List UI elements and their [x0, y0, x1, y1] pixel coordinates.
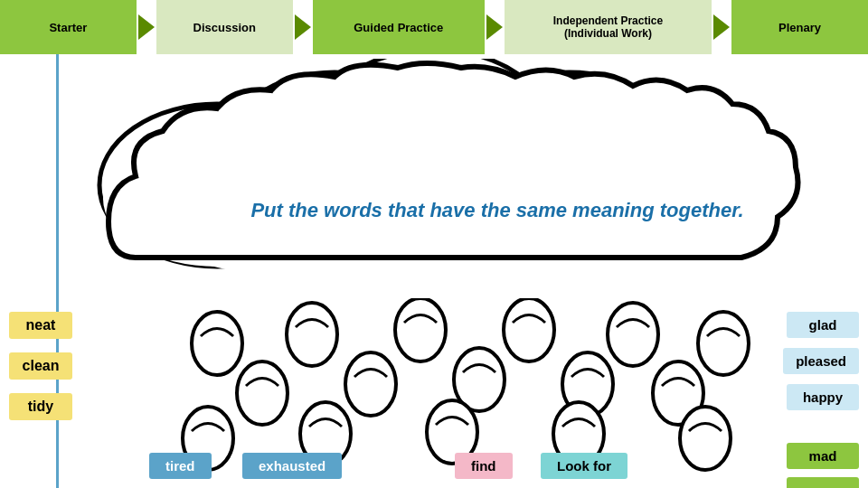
- svg-point-12: [192, 312, 242, 375]
- nav-independent-label: Independent Practice(Individual Work): [553, 14, 663, 40]
- word-exhausted[interactable]: exhausted: [242, 453, 342, 479]
- nav-plenary[interactable]: Plenary: [731, 0, 868, 54]
- nav-discussion[interactable]: Discussion: [156, 0, 293, 54]
- arrow-1: [137, 0, 156, 54]
- arrow-icon-1: [138, 14, 155, 40]
- raindrops-svg: [118, 298, 787, 488]
- word-happy[interactable]: happy: [787, 384, 859, 410]
- word-tidy[interactable]: tidy: [9, 393, 72, 420]
- word-neat[interactable]: neat: [9, 312, 72, 339]
- navigation-bar: Starter Discussion Guided Practice Indep…: [0, 0, 868, 54]
- raindrops-area: [118, 298, 787, 488]
- word-look-for[interactable]: Look for: [541, 453, 627, 479]
- nav-starter[interactable]: Starter: [0, 0, 137, 54]
- word-clean-label: clean: [23, 358, 60, 373]
- arrow-4: [712, 0, 731, 54]
- word-find-label: find: [471, 458, 496, 474]
- cloud-svg: [54, 59, 814, 294]
- svg-point-14: [395, 298, 446, 361]
- arrow-icon-4: [713, 14, 730, 40]
- word-look-for-label: Look for: [557, 458, 611, 474]
- word-glad[interactable]: glad: [787, 312, 859, 338]
- word-find[interactable]: find: [455, 453, 513, 479]
- word-clean[interactable]: clean: [9, 352, 72, 380]
- word-tidy-label: tidy: [28, 399, 53, 414]
- word-angry-label: angry: [805, 483, 842, 488]
- instruction-text: Put the words that have the same meaning…: [250, 199, 743, 221]
- main-content: Put the words that have the same meaning…: [0, 54, 868, 488]
- nav-independent[interactable]: Independent Practice(Individual Work): [505, 0, 712, 54]
- word-angry[interactable]: angry: [787, 477, 859, 488]
- cloud-illustration: Put the words that have the same meaning…: [54, 59, 814, 303]
- cloud-instruction-text: Put the words that have the same meaning…: [136, 199, 859, 222]
- arrow-icon-2: [295, 14, 311, 40]
- svg-point-27: [680, 407, 731, 470]
- word-neat-label: neat: [26, 317, 56, 333]
- nav-starter-label: Starter: [49, 21, 87, 34]
- word-mad[interactable]: mad: [787, 443, 859, 469]
- nav-discussion-label: Discussion: [193, 21, 256, 34]
- word-glad-label: glad: [809, 317, 837, 333]
- word-happy-label: happy: [803, 389, 843, 405]
- word-mad-label: mad: [809, 448, 837, 464]
- svg-point-15: [504, 298, 554, 361]
- nav-guided-label: Guided Practice: [354, 21, 443, 34]
- word-pleased-label: pleased: [796, 353, 846, 369]
- arrow-icon-3: [486, 14, 503, 40]
- arrow-3: [485, 0, 505, 54]
- svg-point-13: [287, 303, 337, 366]
- word-tired[interactable]: tired: [149, 453, 212, 479]
- svg-point-18: [237, 361, 288, 425]
- word-exhausted-label: exhausted: [259, 458, 326, 474]
- svg-point-19: [345, 352, 396, 416]
- nav-plenary-label: Plenary: [778, 21, 821, 34]
- word-tired-label: tired: [165, 458, 195, 474]
- arrow-2: [293, 0, 313, 54]
- nav-guided[interactable]: Guided Practice: [313, 0, 485, 54]
- word-pleased[interactable]: pleased: [783, 348, 859, 374]
- svg-point-16: [608, 303, 658, 366]
- svg-point-17: [698, 312, 749, 375]
